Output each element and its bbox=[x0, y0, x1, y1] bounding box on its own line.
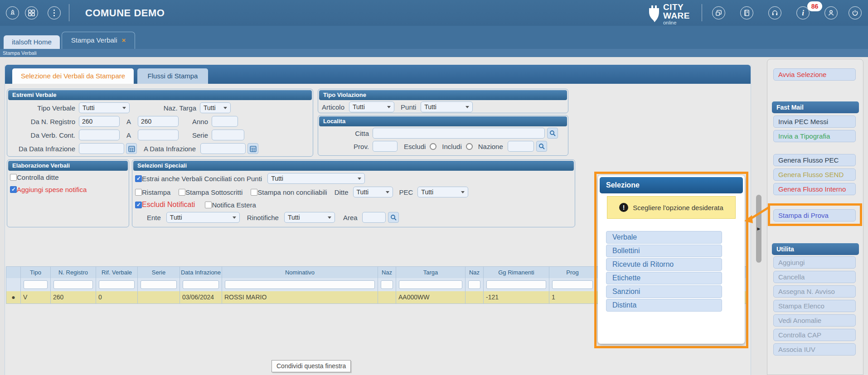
filter-naz-input[interactable] bbox=[468, 280, 480, 289]
support-headset-icon[interactable] bbox=[768, 6, 781, 19]
filter-serie-input[interactable] bbox=[141, 280, 177, 289]
column-header-rif-verbale[interactable]: Rif. Verbale bbox=[96, 267, 138, 278]
tab-close-icon[interactable]: × bbox=[121, 36, 126, 44]
kebab-menu-icon[interactable] bbox=[48, 6, 61, 19]
estrai-conciliati-select[interactable]: Tutti bbox=[267, 173, 365, 184]
punti-select[interactable]: Tutti bbox=[421, 101, 473, 112]
option-ricevute-di-ritorno-button[interactable]: Ricevute di Ritorno bbox=[606, 258, 722, 271]
da-verb-cont-input[interactable] bbox=[79, 130, 120, 140]
calendar-icon[interactable] bbox=[247, 143, 258, 154]
citta-input[interactable] bbox=[373, 128, 545, 139]
user-icon[interactable] bbox=[824, 6, 838, 19]
column-header-prog[interactable]: Prog bbox=[549, 267, 596, 278]
invia-pec-messi-button[interactable]: Invia PEC Messi bbox=[773, 115, 856, 128]
tab-italsoft-home[interactable]: italsoft Home bbox=[4, 35, 60, 49]
da-data-infrazione-input[interactable] bbox=[79, 143, 124, 154]
column-header-n-registro[interactable]: N. Registro bbox=[51, 267, 96, 278]
rinotifiche-select[interactable]: Tutti bbox=[284, 212, 335, 223]
option-etichette-button[interactable]: Etichette bbox=[606, 272, 722, 284]
estrai-conciliati-checkbox[interactable] bbox=[135, 175, 142, 182]
chevron-down-icon bbox=[386, 191, 389, 193]
cityware-logo: CITY WARE online bbox=[647, 3, 690, 25]
genera-flusso-send-button[interactable]: Genera Flusso SEND bbox=[773, 168, 856, 181]
tab-flussi-di-stampa[interactable]: Flussi di Stampa bbox=[137, 68, 208, 84]
serie-label: Serie bbox=[179, 131, 212, 139]
prov-input[interactable] bbox=[373, 141, 398, 152]
tab-stampa-verbali[interactable]: Stampa Verbali× bbox=[62, 32, 135, 49]
escludi-radio[interactable] bbox=[430, 143, 436, 150]
search-icon[interactable] bbox=[536, 141, 547, 152]
filter-naz-input[interactable] bbox=[381, 280, 393, 289]
option-sanzioni-button[interactable]: Sanzioni bbox=[606, 285, 722, 298]
stampa-non-conciliabili-checkbox[interactable] bbox=[251, 189, 257, 196]
column-header-gg-rimanenti[interactable]: Gg Rimanenti bbox=[484, 267, 549, 278]
fieldset-selezioni-speciali: Selezioni Speciali Estrai anche Verbali … bbox=[132, 159, 575, 227]
aggiungi-button[interactable]: Aggiungi bbox=[773, 256, 856, 269]
column-header-nominativo[interactable]: Nominativo bbox=[222, 267, 378, 278]
filter-prog-input[interactable] bbox=[552, 280, 593, 289]
invia-a-tipografia-button[interactable]: Invia a Tipografia bbox=[773, 130, 856, 142]
escludi-notificati-checkbox[interactable] bbox=[135, 202, 142, 208]
filter-gg-rimanenti-input[interactable] bbox=[486, 280, 546, 289]
ditte-label: Ditte bbox=[335, 188, 349, 196]
column-header-data-infrazione[interactable]: Data Infrazione bbox=[180, 267, 222, 278]
notifica-estera-checkbox[interactable] bbox=[205, 202, 212, 208]
column-header-selector[interactable] bbox=[6, 267, 21, 278]
column-header-targa[interactable]: Targa bbox=[396, 267, 466, 278]
filter-rif-verbale-input[interactable] bbox=[99, 280, 135, 289]
filter-tipo-input[interactable] bbox=[24, 280, 48, 289]
column-header-tipo[interactable]: Tipo bbox=[21, 267, 51, 278]
pec-select[interactable]: Tutti bbox=[417, 187, 468, 197]
articolo-select[interactable]: Tutti bbox=[349, 101, 394, 112]
genera-flusso-pec-button[interactable]: Genera Flusso PEC bbox=[773, 154, 856, 166]
stampa-elenco-button[interactable]: Stampa Elenco bbox=[773, 300, 856, 312]
a-n-registro-input[interactable] bbox=[138, 116, 179, 127]
associa-iuv-button[interactable]: Associa IUV bbox=[773, 343, 856, 356]
power-icon[interactable] bbox=[849, 6, 862, 19]
column-header-naz[interactable]: Naz bbox=[466, 267, 484, 278]
windows-icon[interactable] bbox=[712, 6, 725, 19]
da-n-registro-input[interactable] bbox=[79, 116, 120, 127]
option-verbale-button[interactable]: Verbale bbox=[606, 231, 722, 244]
rocket-icon[interactable] bbox=[6, 6, 19, 19]
includi-radio[interactable] bbox=[466, 143, 473, 150]
tipo-verbale-select[interactable]: Tutti bbox=[79, 102, 130, 113]
area-input[interactable] bbox=[362, 212, 386, 223]
anno-input[interactable] bbox=[212, 116, 238, 127]
stampa-sottoscritti-checkbox[interactable] bbox=[179, 189, 185, 196]
notification-badge[interactable]: 86 bbox=[807, 1, 822, 11]
ristampa-checkbox[interactable] bbox=[135, 189, 142, 196]
apps-grid-icon[interactable] bbox=[25, 6, 38, 19]
column-header-serie[interactable]: Serie bbox=[138, 267, 180, 278]
search-icon[interactable] bbox=[388, 212, 399, 223]
a-data-infrazione-input[interactable] bbox=[200, 143, 246, 154]
aggiungi-spese-checkbox[interactable] bbox=[10, 186, 17, 193]
serie-input[interactable] bbox=[212, 130, 244, 140]
avvia-selezione-button[interactable]: Avvia Selezione bbox=[773, 68, 856, 81]
dialog-title: Selezione bbox=[600, 177, 743, 193]
filter-targa-input[interactable] bbox=[399, 280, 462, 289]
controlla-ditte-checkbox[interactable] bbox=[10, 174, 17, 181]
option-bollettini-button[interactable]: Bollettini bbox=[606, 245, 722, 257]
filter-nominativo-input[interactable] bbox=[225, 280, 375, 289]
controlla-cap-button[interactable]: Controlla CAP bbox=[773, 329, 856, 341]
vedi-anomalie-button[interactable]: Vedi Anomalie bbox=[773, 314, 856, 327]
ditte-select[interactable]: Tutti bbox=[353, 187, 393, 197]
tab-selezione-verbali[interactable]: Selezione dei Verbali da Stampare bbox=[12, 68, 134, 84]
filter-data-infrazione-input[interactable] bbox=[183, 280, 219, 289]
filter-n-registro-input[interactable] bbox=[53, 280, 93, 289]
anno-label: Anno bbox=[179, 118, 212, 125]
ente-select[interactable]: Tutti bbox=[166, 212, 240, 223]
nazione-input[interactable] bbox=[508, 141, 534, 152]
column-header-naz[interactable]: Naz bbox=[378, 267, 396, 278]
cancella-button[interactable]: Cancella bbox=[773, 271, 856, 283]
calendar-icon[interactable] bbox=[126, 143, 137, 154]
assegna-n-avviso-button[interactable]: Assegna N. Avviso bbox=[773, 285, 856, 298]
a-verb-cont-input[interactable] bbox=[138, 130, 179, 140]
genera-flusso-interno-button[interactable]: Genera Flusso Interno bbox=[773, 183, 856, 195]
search-icon[interactable] bbox=[547, 128, 558, 139]
manuals-icon[interactable] bbox=[740, 6, 753, 19]
area-label: Area bbox=[343, 214, 358, 221]
option-distinta-button[interactable]: Distinta bbox=[606, 299, 722, 312]
naz-targa-select[interactable]: Tutti bbox=[200, 102, 231, 113]
